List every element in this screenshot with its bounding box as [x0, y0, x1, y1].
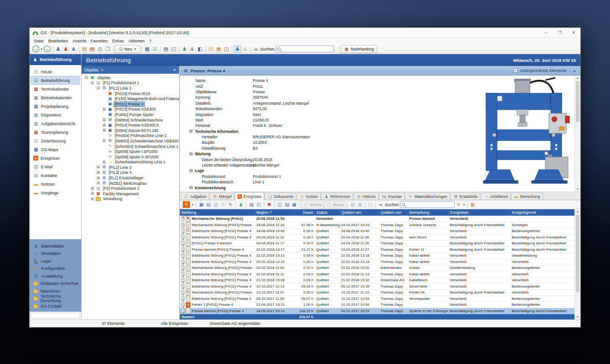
sidebar-group-einbauten-sicherheit[interactable]: Einbauten Sicherheit: [31, 280, 80, 288]
tree-item-sp009-spuler-ii-sp1000[interactable]: ≫[Sp009] Spuler II SP1000: [83, 154, 179, 160]
menu-[interactable]: ?: [147, 39, 154, 43]
tree-item-sm004-schneidemaschine[interactable]: ⊞⚙[SM004] Schneidemaschine: [83, 117, 179, 123]
back-button[interactable]: ←: [32, 46, 39, 52]
tree-expander-icon[interactable]: ⊞: [96, 165, 100, 169]
tree-item-objekte[interactable]: ⊟▣Objekte: [83, 75, 179, 81]
tab-inventar[interactable]: №Inventar: [379, 192, 405, 200]
tree-expander-icon[interactable]: ⊞: [102, 118, 106, 122]
tree-expander-icon[interactable]: ⊟: [96, 86, 100, 90]
history-clock-icon[interactable]: ◷: [96, 46, 104, 53]
menu-favoriten[interactable]: Favoriten: [88, 39, 110, 43]
column-header-quittiert-von[interactable]: Quittiert von: [379, 209, 408, 216]
table-scrollbar[interactable]: ▴ ▾: [574, 209, 580, 319]
check-orange-icon[interactable]: ☑: [207, 46, 215, 53]
window-list-icon[interactable]: ❐: [104, 46, 112, 53]
table-row[interactable]: ✓Presse klemmt [Pr011] Presse 418.05.201…: [180, 308, 574, 314]
event-dropdown-caret[interactable]: ▾: [191, 203, 195, 207]
user-group-icon[interactable]: ♟: [70, 46, 77, 53]
table-row[interactable]: ✓Elektrische Störung [Pr011] Presse 422.…: [180, 253, 574, 259]
sidebar-item-aufgaben-bersicht[interactable]: ▥Aufgabenübersicht: [31, 119, 80, 128]
menu-aktionen[interactable]: Aktionen: [126, 39, 147, 43]
tree-expander-icon[interactable]: ⊞: [90, 187, 94, 191]
category-collapse-icon[interactable]: ⊟: [189, 186, 193, 190]
sidebar-item-tourenplanung[interactable]: ▦Tourenplanung: [31, 128, 80, 136]
table-row[interactable]: ✓Elektrische Störung [Pr011] Presse 410.…: [180, 283, 574, 290]
sidebar-item-projektplanung[interactable]: ▦Projektplanung: [31, 102, 80, 111]
sidebar-item-betriebskalender[interactable]: ▦Betriebskalender: [31, 93, 80, 102]
tree-expander-icon[interactable]: ⊞: [102, 123, 106, 127]
tree-item-p150-waagerecht-bohr-und-fr-smaschine[interactable]: ▣[P150] Waagerecht-Bohr-und Fräsmaschine: [83, 96, 179, 101]
tab-kosten[interactable]: ◎Kosten: [297, 192, 320, 200]
grid-edit-red-icon[interactable]: ✎: [227, 201, 234, 208]
sidebar-group-auswertung[interactable]: ▥Auswertung: [31, 273, 80, 280]
user-logout-icon[interactable]: ♟: [241, 46, 249, 53]
event-flash-icon[interactable]: ϟ: [183, 201, 190, 208]
maximize-button[interactable]: ❐: [553, 28, 567, 37]
table-row[interactable]: ✓Elektrische Störung [Pr011] Presse 405.…: [180, 296, 574, 302]
sidebar-item-gs-maps[interactable]: ▩GS-Maps: [31, 145, 80, 154]
tree-item-sicherheitseinrichtung-linie-1[interactable]: ⊞⚠Sicherheitseinrichtung Linie 1: [83, 160, 179, 165]
tree-item-p2-produktionsort-2[interactable]: ⊞▨[P2] Produktionsort 2: [83, 186, 179, 191]
table-row[interactable]: ✓Elektrische Störung [Pr011] Presse 424.…: [180, 234, 574, 241]
category-collapse-icon[interactable]: ⊟: [189, 169, 193, 173]
person-gray-icon[interactable]: ♟: [189, 46, 196, 53]
minimize-button[interactable]: —: [539, 28, 553, 37]
events-table-header[interactable]: MeldungBeginn▲DauerStatusQuittiert amQui…: [180, 209, 574, 216]
calendar-blank-icon[interactable]: ▢: [367, 201, 374, 208]
table-scroll-thumb[interactable]: [576, 215, 579, 292]
table-row[interactable]: ✎Elektrische Störung [Pr011] Presse 418.…: [180, 228, 574, 234]
grid-link-icon[interactable]: ◫: [212, 201, 220, 208]
tree-item-pr014-presse-kse400-k[interactable]: ⊞▣[Pr014] Presse KSE400 k: [83, 122, 179, 128]
tree-expander-icon[interactable]: ⊞: [96, 176, 100, 180]
column-header-ereignisgrund[interactable]: Ereignisgrund: [510, 209, 574, 216]
tree-expander-icon[interactable]: ⊞: [102, 107, 106, 111]
pin-icon[interactable]: ♟: [237, 201, 245, 208]
sidebar-item-vorg-nge[interactable]: ▬Vorgänge: [31, 188, 80, 197]
table-row[interactable]: ϟFehler 1 [Pr011] Presse 422.09.2017 13:…: [180, 302, 574, 308]
view-columns-icon[interactable]: ◫: [276, 201, 283, 208]
scroll-thumb[interactable]: [576, 81, 579, 122]
tree-item-pm004-pr-fmaschine-linie-1[interactable]: ▽[Pm004] Prüfmaschine Linie 1: [83, 133, 179, 139]
table-row[interactable]: ✎Mechanische Störung [Pr011] Presse 410.…: [180, 289, 574, 296]
calendar-orange-icon[interactable]: ▦: [215, 46, 223, 53]
tree-item-st004-stanze-bsta-180[interactable]: ⊞▣[St004] Stanze BSTA 180: [83, 128, 179, 133]
tree-item-sp008-spuler-i-sp1000[interactable]: ≫[Sp008] Spuler I SP1000: [83, 149, 179, 154]
user-add-icon[interactable]: ♟: [54, 46, 62, 53]
tree-item-pr013-presse-kse405[interactable]: ⊞▣[Pr013] Presse KSE405: [83, 107, 179, 112]
list-flat-icon[interactable]: ▥: [356, 201, 364, 208]
tree-expander-icon[interactable]: ⊟: [90, 81, 94, 85]
column-header-bemerkung[interactable]: Bemerkung: [408, 209, 448, 216]
grid-edit-icon[interactable]: ▦: [144, 46, 151, 53]
tree-expander-icon[interactable]: ⊞: [102, 139, 106, 143]
delete-icon[interactable]: ✖: [266, 201, 273, 208]
column-header-ereignisart[interactable]: Ereignisart: [448, 209, 510, 216]
monat-button[interactable]: ▢ Monat: [324, 201, 346, 208]
filter-icon[interactable]: ▼: [455, 201, 462, 208]
tree-item-pr011-presse-4[interactable]: ▣[Pr011] Presse 4: [83, 101, 179, 107]
scroll-down-icon[interactable]: ▾: [575, 187, 580, 191]
tree-expander-icon[interactable]: ⊞: [90, 197, 94, 201]
tree-item-pr019-presse-0019[interactable]: ▣[Pr019] Presse 0019: [83, 91, 179, 96]
sidebar-item-terminkalender[interactable]: ▦Terminkalender: [31, 85, 80, 93]
print-preview-icon[interactable]: ◰: [255, 201, 262, 208]
table-row[interactable]: ✎Mechanische Störung [Pr011]20.06.2018 1…: [180, 216, 574, 222]
table-row[interactable]: ✓[Pr011] Presse 4 klemmt04.04.2018 11:17…: [180, 240, 574, 247]
tree-item-verwaltung[interactable]: ⊞Verwaltung: [83, 197, 179, 202]
subelements-checkbox[interactable]: ✓: [513, 68, 518, 73]
tab-bemerkung[interactable]: ▬Bemerkung: [511, 192, 543, 200]
back-dropdown-caret[interactable]: ▾: [40, 47, 43, 51]
tree-item-schm004-schwei-maschine-linie-1[interactable]: ✎[Schm004] Schweißmaschine Linie 1: [83, 144, 179, 149]
tree-expander-icon[interactable]: ⊞: [90, 192, 94, 196]
sidebar-item-disposition[interactable]: ▦Disposition: [31, 111, 80, 119]
tree-expander-icon[interactable]: ⊞: [96, 181, 100, 185]
user-switch-icon[interactable]: ♟: [234, 46, 241, 53]
refresh-icon[interactable]: ↻: [220, 201, 227, 208]
search-binoculars-icon[interactable]: ∞: [252, 46, 260, 53]
sidebar-group-lager[interactable]: ▙Lager: [31, 258, 80, 265]
category-collapse-icon[interactable]: ⊟: [189, 129, 193, 133]
column-header-dauer[interactable]: Dauer: [294, 209, 315, 216]
tree-item-pu041-pumpe-spuler[interactable]: ▣[Pu041] Pumpe Spuler: [83, 112, 179, 117]
calendar-window-icon[interactable]: ◫: [223, 46, 231, 53]
print-icon[interactable]: ▤: [162, 46, 170, 53]
sidebar-group-konfiguration[interactable]: ⚙Konfiguration: [31, 265, 80, 273]
